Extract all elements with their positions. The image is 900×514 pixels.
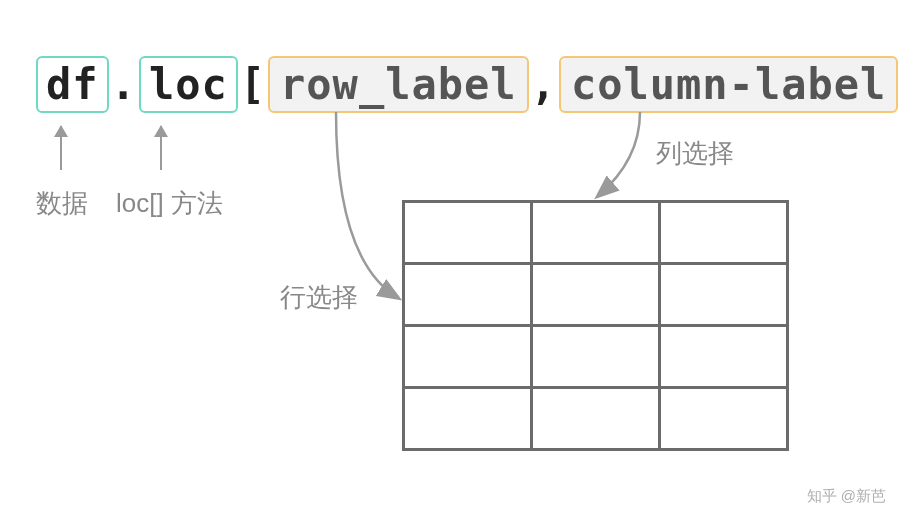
token-row-label: row_label <box>268 56 529 113</box>
table-row <box>404 202 788 264</box>
token-df: df <box>36 56 109 113</box>
arrow-df-icon <box>60 126 62 170</box>
table-row <box>404 326 788 388</box>
data-table <box>402 200 789 451</box>
label-data: 数据 <box>36 186 88 221</box>
arrow-loc-icon <box>160 126 162 170</box>
table-row <box>404 264 788 326</box>
token-open-bracket: [ <box>238 60 268 109</box>
code-expression: df.loc[row_label,column-label] <box>36 56 900 113</box>
token-comma: , <box>529 60 559 109</box>
token-loc: loc <box>139 56 238 113</box>
token-dot: . <box>109 60 139 109</box>
watermark: 知乎 @新芭 <box>807 487 886 506</box>
label-column-select: 列选择 <box>656 136 734 171</box>
token-column-label: column-label <box>559 56 898 113</box>
label-loc-method: loc[] 方法 <box>116 186 223 221</box>
table-row <box>404 388 788 450</box>
label-row-select: 行选择 <box>280 280 358 315</box>
